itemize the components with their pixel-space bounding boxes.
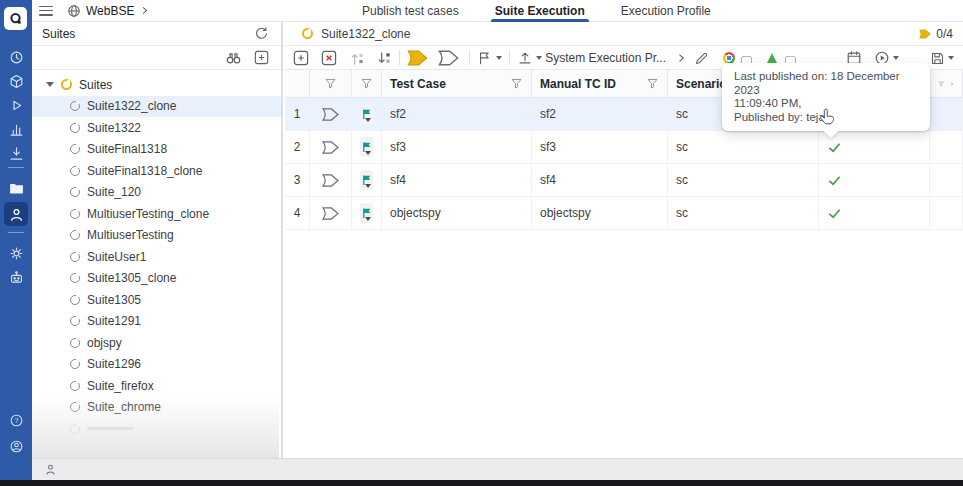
flag-chip[interactable] <box>360 203 373 223</box>
caret-down-icon <box>365 118 371 122</box>
add-test-case-button[interactable] <box>293 49 309 67</box>
run-status-cell[interactable] <box>310 131 352 163</box>
manual-tc-id-cell[interactable]: sf2 <box>532 98 668 130</box>
run-status-cell[interactable] <box>310 98 352 130</box>
filter-icon[interactable] <box>646 77 659 90</box>
test-case-cell[interactable]: objectspy <box>382 197 532 229</box>
manual-tc-id-cell[interactable]: objectspy <box>532 197 668 229</box>
filter-icon[interactable] <box>510 77 523 90</box>
suite-tree-item[interactable]: Suite1291 <box>32 311 281 333</box>
suite-tree-item[interactable]: SuiteFinal1318_clone <box>32 160 281 182</box>
published-cell[interactable] <box>819 164 930 196</box>
tab-publish-test-cases[interactable]: Publish test cases <box>362 0 459 22</box>
suite-icon <box>70 123 80 133</box>
history-icon[interactable] <box>4 45 28 69</box>
table-row[interactable]: 3 sf4 sf4 sc <box>285 164 963 197</box>
suite-tree-item[interactable]: SuiteFinal1318 <box>32 139 281 161</box>
test-case-cell[interactable]: sf3 <box>382 131 532 163</box>
import-icon[interactable] <box>4 141 28 165</box>
suite-label: Suite1305_clone <box>87 271 176 285</box>
settings-gear-icon[interactable] <box>4 241 28 265</box>
add-suite-icon[interactable] <box>254 50 269 65</box>
suite-tree-item[interactable]: Suite_firefox <box>32 375 281 397</box>
flag-chip[interactable] <box>360 104 373 124</box>
test-case-cell[interactable]: sf4 <box>382 164 532 196</box>
header-manual-tc-id[interactable]: Manual TC ID <box>532 70 668 97</box>
suites-root-node[interactable]: Suites <box>32 74 281 96</box>
suite-tree-item[interactable]: objspy <box>32 332 281 354</box>
edit-profile-button[interactable] <box>694 49 709 67</box>
caret-down-icon <box>365 184 371 188</box>
move-down-button[interactable] <box>376 49 393 67</box>
flag-cell[interactable] <box>352 98 382 130</box>
test-case-cell[interactable]: sf2 <box>382 98 532 130</box>
breadcrumb[interactable]: WebBSE <box>67 4 150 18</box>
suite-tree-item[interactable]: Suite1322 <box>32 117 281 139</box>
execution-profile-selector[interactable]: System Execution Pr... <box>540 46 666 70</box>
run-icon[interactable] <box>4 93 28 117</box>
profile-expand-chevron[interactable] <box>675 49 687 67</box>
scenario-cell[interactable]: sc <box>668 197 819 229</box>
help-icon[interactable]: ? <box>4 408 28 432</box>
filter-icon[interactable] <box>938 78 945 90</box>
suite-tree-item[interactable]: SuiteUser1 <box>32 246 281 268</box>
run-status-cell[interactable] <box>310 197 352 229</box>
run-status-cell[interactable] <box>310 164 352 196</box>
suite-icon <box>70 230 80 240</box>
tab-execution-profile[interactable]: Execution Profile <box>621 0 711 22</box>
tab-suite-execution[interactable]: Suite Execution <box>495 0 585 22</box>
package-icon[interactable] <box>4 69 28 93</box>
execution-profile-label: System Execution Pr... <box>545 51 666 65</box>
save-menu-button[interactable] <box>930 49 954 67</box>
account-icon[interactable] <box>4 434 28 458</box>
flag-cell[interactable] <box>352 164 382 196</box>
user-icon[interactable] <box>4 202 28 226</box>
user-status-icon[interactable] <box>44 463 57 476</box>
scenario-cell[interactable]: sc <box>668 164 819 196</box>
header-test-case[interactable]: Test Case <box>382 70 532 97</box>
remove-test-case-button[interactable] <box>321 49 337 67</box>
export-menu-button[interactable] <box>517 49 542 67</box>
suite-tree-item[interactable]: MultiuserTesting_clone <box>32 203 281 225</box>
chevron-right-icon[interactable] <box>949 79 954 89</box>
header-more[interactable] <box>930 70 963 97</box>
flag-cell[interactable] <box>352 197 382 229</box>
hamburger-menu-icon[interactable] <box>39 6 53 16</box>
move-up-button[interactable] <box>349 49 366 67</box>
bot-icon[interactable] <box>4 265 28 289</box>
refresh-icon[interactable] <box>254 26 269 41</box>
suite-tree-item[interactable]: Suite_120 <box>32 182 281 204</box>
header-run-filter[interactable] <box>310 70 352 97</box>
suite-tree-item[interactable]: Suite1305_clone <box>32 268 281 290</box>
flag-chip[interactable] <box>360 170 373 190</box>
suite-tree-item[interactable]: Suite1305 <box>32 289 281 311</box>
published-cell[interactable] <box>819 197 930 229</box>
caret-down-icon[interactable] <box>46 82 54 87</box>
doc-tab-suite1322-clone[interactable]: Suite1322_clone <box>285 22 410 45</box>
app-logo[interactable] <box>4 7 27 30</box>
folder-icon[interactable] <box>4 176 28 200</box>
scenario-cell[interactable]: sc <box>668 131 819 163</box>
reports-icon[interactable] <box>4 117 28 141</box>
header-flag-filter[interactable] <box>352 70 382 97</box>
row-number: 3 <box>285 164 310 196</box>
search-binoculars-icon[interactable] <box>225 50 242 65</box>
published-cell[interactable] <box>819 131 930 163</box>
suite-icon <box>70 316 80 326</box>
table-row[interactable]: 4 objectspy objectspy sc <box>285 197 963 230</box>
flag-chip[interactable] <box>360 137 373 157</box>
run-pending-button[interactable] <box>407 49 428 67</box>
manual-tc-id-cell[interactable]: sf3 <box>532 131 668 163</box>
suite-tree-item[interactable]: MultiuserTesting <box>32 225 281 247</box>
run-outline-button[interactable] <box>438 49 459 67</box>
suite-label: SuiteFinal1318_clone <box>87 164 202 178</box>
suite-icon <box>70 144 80 154</box>
bottom-strip <box>0 480 963 486</box>
flag-menu-button[interactable] <box>477 49 502 67</box>
suite-tree-item[interactable]: Suite_chrome <box>32 397 281 419</box>
suite-tree-item[interactable]: Suite1296 <box>32 354 281 376</box>
flag-cell[interactable] <box>352 131 382 163</box>
manual-tc-id-cell[interactable]: sf4 <box>532 164 668 196</box>
table-row[interactable]: 2 sf3 sf3 sc <box>285 131 963 164</box>
suite-tree-item[interactable]: Suite1322_clone <box>32 96 281 118</box>
